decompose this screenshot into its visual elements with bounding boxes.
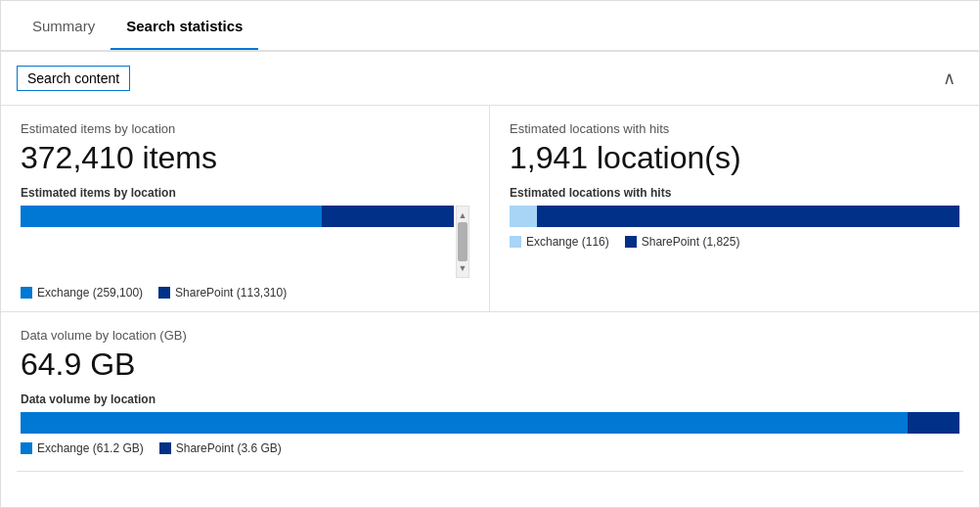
data-volume-section: Data volume by location (GB) 64.9 GB Dat… [1, 312, 979, 471]
estimated-items-bar-label: Estimated items by location [21, 186, 469, 200]
estimated-locations-value: 1,941 location(s) [510, 140, 959, 176]
legend-sharepoint-volume: SharePoint (3.6 GB) [159, 441, 282, 455]
items-scrollbar[interactable]: ▲ ▼ [456, 206, 469, 278]
tab-summary[interactable]: Summary [17, 4, 111, 50]
scroll-down-arrow[interactable]: ▼ [459, 261, 468, 275]
data-volume-bar-label: Data volume by location [21, 393, 959, 406]
collapse-button[interactable]: ∧ [935, 64, 963, 93]
tab-search-statistics[interactable]: Search statistics [111, 4, 258, 50]
legend-dot-sharepoint-volume [159, 442, 171, 454]
estimated-locations-bar-label: Estimated locations with hits [510, 186, 959, 200]
legend-dot-sharepoint-items [158, 287, 170, 299]
estimated-locations-legend: Exchange (116) SharePoint (1,825) [510, 235, 959, 249]
estimated-locations-bar-wrapper [510, 206, 959, 227]
estimated-locations-sharepoint-bar [537, 206, 959, 227]
estimated-items-sharepoint-bar [322, 206, 454, 227]
scroll-thumb[interactable] [458, 222, 468, 261]
legend-dot-exchange-items [21, 287, 32, 299]
estimated-locations-label: Estimated locations with hits [510, 121, 959, 136]
estimated-locations-bar-track [510, 206, 959, 227]
legend-exchange-locations: Exchange (116) [510, 235, 609, 249]
estimated-locations-exchange-bar [510, 206, 537, 227]
bottom-divider [17, 471, 963, 472]
legend-label-exchange-locations: Exchange (116) [526, 235, 609, 249]
estimated-locations-bar-area [510, 206, 959, 227]
data-volume-label: Data volume by location (GB) [21, 328, 959, 343]
section-label[interactable]: Search content [17, 66, 130, 91]
estimated-items-bar-area [21, 206, 454, 278]
estimated-items-bar-wrapper: ▲ ▼ [21, 206, 469, 278]
data-volume-legend: Exchange (61.2 GB) SharePoint (3.6 GB) [21, 441, 959, 455]
legend-dot-exchange-locations [510, 236, 521, 248]
tabs-bar: Summary Search statistics [1, 1, 979, 52]
stats-grid: Estimated items by location 372,410 item… [1, 106, 979, 312]
legend-label-sharepoint-volume: SharePoint (3.6 GB) [176, 441, 282, 455]
data-volume-value: 64.9 GB [21, 346, 959, 383]
legend-sharepoint-items: SharePoint (113,310) [158, 286, 287, 300]
estimated-items-exchange-bar [21, 206, 322, 227]
section-header: Search content ∧ [1, 52, 979, 106]
legend-dot-sharepoint-locations [625, 236, 637, 248]
legend-label-exchange-items: Exchange (259,100) [37, 286, 143, 300]
estimated-locations-block: Estimated locations with hits 1,941 loca… [490, 106, 979, 311]
data-volume-exchange-bar [21, 412, 908, 434]
legend-sharepoint-locations: SharePoint (1,825) [625, 235, 740, 249]
estimated-items-value: 372,410 items [21, 140, 469, 176]
scroll-up-arrow[interactable]: ▲ [459, 208, 468, 222]
legend-label-sharepoint-locations: SharePoint (1,825) [642, 235, 740, 249]
legend-exchange-volume: Exchange (61.2 GB) [21, 441, 144, 455]
legend-label-sharepoint-items: SharePoint (113,310) [175, 286, 287, 300]
estimated-items-bar-track [21, 206, 454, 227]
estimated-items-legend: Exchange (259,100) SharePoint (113,310) [21, 286, 469, 300]
legend-exchange-items: Exchange (259,100) [21, 286, 143, 300]
data-volume-sharepoint-bar [908, 412, 959, 434]
main-container: Summary Search statistics Search content… [0, 0, 980, 508]
estimated-items-block: Estimated items by location 372,410 item… [1, 106, 490, 311]
legend-dot-exchange-volume [21, 442, 32, 454]
legend-label-exchange-volume: Exchange (61.2 GB) [37, 441, 144, 455]
estimated-items-label: Estimated items by location [21, 121, 469, 136]
data-volume-bar-track [21, 412, 959, 434]
